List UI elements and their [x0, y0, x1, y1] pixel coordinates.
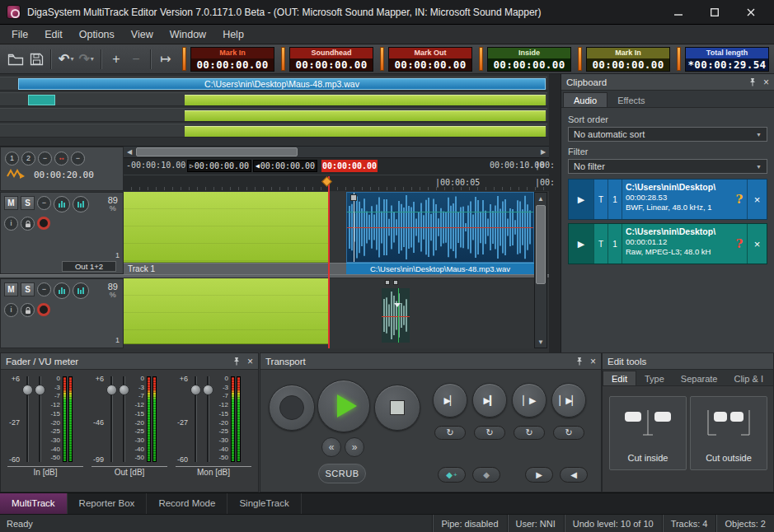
track-1-eq-button[interactable]	[54, 196, 70, 212]
overview-clip-green[interactable]	[185, 95, 546, 105]
remove-button[interactable]: −	[126, 49, 146, 70]
track-1-minus-button[interactable]: −	[37, 196, 51, 210]
play-button[interactable]	[317, 380, 370, 432]
tab-type[interactable]: Type	[636, 371, 673, 385]
fader-slider[interactable]	[106, 375, 117, 464]
playhead-line[interactable]	[328, 176, 330, 348]
entry-play-button[interactable]: ▶	[569, 180, 593, 219]
step-forward-button[interactable]: »	[345, 437, 364, 457]
menu-view[interactable]: View	[123, 26, 162, 43]
fader-slider[interactable]	[35, 375, 45, 464]
vertical-scrollbar[interactable]: ▲ ▼	[534, 192, 547, 348]
clear-markers-button[interactable]: −	[71, 152, 85, 166]
tab-clip[interactable]: Clip & I	[725, 371, 771, 385]
track-1-pan-button[interactable]	[73, 196, 89, 212]
sort-order-select[interactable]: No automatic sort ▼	[568, 127, 767, 142]
save-button[interactable]	[26, 49, 46, 70]
fader-knob[interactable]	[190, 385, 201, 395]
mini-clip-handles[interactable]	[385, 280, 398, 285]
loop-button-3[interactable]: ↻	[514, 426, 545, 440]
playhead-diamond[interactable]	[321, 176, 332, 187]
pin-icon[interactable]	[232, 357, 241, 366]
fader-knob[interactable]	[203, 385, 213, 395]
track-1-name-label[interactable]: Track 1	[124, 263, 346, 274]
track-1-mute-button[interactable]: M	[4, 196, 18, 210]
cut-inside-button[interactable]: Cut inside	[609, 396, 687, 470]
marker-button[interactable]: ↦	[156, 49, 176, 70]
tab-audio[interactable]: Audio	[563, 92, 607, 107]
clip-handle[interactable]	[350, 194, 357, 201]
fader-slider[interactable]	[203, 375, 213, 464]
fader-slider[interactable]	[22, 375, 33, 464]
overview-clip-selected[interactable]: C:\Users\nin\Desktop\Maus-48.mp3.wav	[18, 78, 546, 90]
track-1-waveform-clip[interactable]	[346, 192, 534, 263]
track-2-mute-button[interactable]: M	[4, 282, 18, 296]
scroll-left-arrow[interactable]: ◀	[124, 147, 135, 157]
fader-knob[interactable]	[35, 385, 45, 395]
step-back-button[interactable]: «	[321, 437, 341, 457]
wave-follow-icon[interactable]	[6, 167, 26, 182]
track-2-area[interactable]	[124, 278, 549, 348]
track-1-area[interactable]: Track 1 C:\Users\nin\Desktop\Maus-48.mp3…	[124, 192, 549, 274]
tab-singletrack[interactable]: SingleTrack	[228, 493, 301, 514]
track-1-record-button[interactable]	[37, 217, 50, 230]
fader-knob[interactable]	[119, 385, 129, 395]
menu-window[interactable]: Window	[162, 26, 214, 43]
overview-clip-green[interactable]	[185, 110, 546, 121]
track-2-minus-button[interactable]: −	[37, 282, 51, 296]
clipboard-entry[interactable]: ▶ T 1 C:\Users\nin\Desktop\ 00:00:28.53 …	[568, 179, 767, 220]
tab-separate[interactable]: Separate	[673, 371, 726, 385]
tab-effects[interactable]: Effects	[607, 93, 654, 107]
track-1-info-button[interactable]: i	[4, 217, 18, 231]
track-2-mini-clip[interactable]	[382, 288, 410, 343]
entry-remove-button[interactable]: ×	[747, 180, 767, 219]
fader-knob[interactable]	[22, 385, 33, 395]
mark-in-flagbox[interactable]: ▷ 00:00:00.00	[187, 160, 251, 172]
menu-edit[interactable]: Edit	[36, 26, 71, 43]
horizontal-scroll-thumb[interactable]	[136, 147, 298, 156]
track-2-record-button[interactable]	[37, 303, 50, 316]
track-1-lock-button[interactable]	[21, 217, 35, 231]
track-2-solo-button[interactable]: S	[21, 282, 35, 296]
loop-button-4[interactable]: ↻	[553, 426, 584, 440]
ruler-row-2[interactable]: |00:00:05 |00:	[124, 175, 549, 191]
undo-button[interactable]: ↶▾	[56, 49, 76, 70]
nudge-back-button[interactable]: ◀	[560, 467, 588, 483]
track-2-eq-button[interactable]	[54, 282, 70, 299]
marker-2-button[interactable]: 2	[21, 152, 35, 166]
horizontal-scrollbar[interactable]: ◀ ▶	[124, 147, 549, 158]
overview-clip-teal[interactable]	[28, 95, 55, 105]
play-from-cursor-button[interactable]: ▶▎	[472, 383, 507, 418]
tab-reporter-box[interactable]: Reporter Box	[68, 493, 148, 514]
record-markers-button[interactable]: ●●	[54, 152, 68, 166]
fader-slider[interactable]	[119, 375, 129, 464]
filter-select[interactable]: No filter ▼	[568, 159, 767, 174]
overview-clip-green[interactable]	[185, 126, 546, 137]
scroll-down-arrow[interactable]: ▼	[535, 336, 546, 348]
transport-close-button[interactable]: ×	[590, 357, 596, 366]
pin-icon[interactable]	[748, 77, 757, 86]
nudge-forward-button[interactable]: ▶	[525, 467, 553, 483]
clipboard-close-button[interactable]: ×	[763, 77, 769, 87]
track-2-info-button[interactable]: i	[4, 303, 18, 317]
loop-button-1[interactable]: ↻	[434, 426, 466, 440]
mark-out-flagbox[interactable]: ◀ 00:00:00.00	[253, 160, 317, 172]
maximize-button[interactable]	[698, 2, 731, 22]
minimize-button[interactable]	[662, 2, 695, 22]
track-1-solo-button[interactable]: S	[21, 196, 35, 210]
track-1-clip-label[interactable]: C:\Users\nin\Desktop\Maus-48.mp3.wav	[346, 263, 534, 274]
tab-record-mode[interactable]: Record Mode	[147, 493, 228, 514]
marker-1-button[interactable]: 1	[5, 152, 19, 166]
pin-icon[interactable]	[575, 357, 584, 366]
remove-marker-button[interactable]: −	[38, 152, 52, 166]
cut-outside-button[interactable]: Cut outside	[690, 396, 767, 470]
menu-file[interactable]: File	[3, 26, 36, 43]
play-to-end-button[interactable]: ▏▶	[512, 383, 546, 418]
fader-slider[interactable]	[190, 375, 201, 464]
clipboard-entry[interactable]: ▶ T 1 C:\Users\nin\Desktop\ 00:00:01.12 …	[568, 223, 767, 264]
menu-options[interactable]: Options	[71, 26, 123, 43]
stop-button[interactable]	[374, 385, 420, 431]
track-2-green-clip[interactable]	[124, 278, 330, 344]
redo-button[interactable]: ↷▾	[76, 49, 96, 70]
add-marker-button[interactable]: ◆+	[438, 467, 466, 483]
